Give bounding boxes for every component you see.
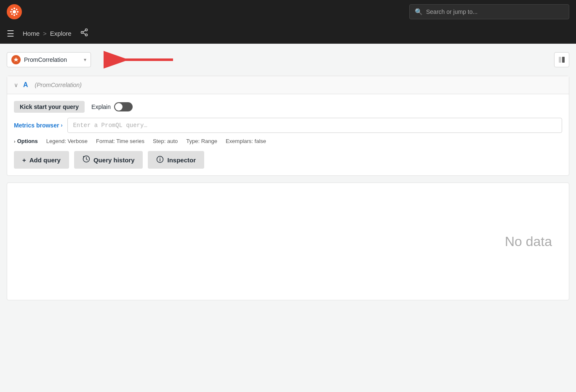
svg-point-6 bbox=[16, 9, 18, 11]
query-row2: Metrics browser › bbox=[14, 118, 562, 133]
explain-label: Explain bbox=[91, 103, 111, 110]
no-data-text: No data bbox=[505, 234, 552, 249]
query-label: A bbox=[23, 81, 28, 89]
breadcrumb: Home > Explore bbox=[23, 30, 72, 37]
query-history-icon bbox=[83, 155, 90, 164]
svg-point-8 bbox=[16, 13, 18, 15]
svg-point-10 bbox=[81, 32, 83, 34]
query-history-label: Query history bbox=[93, 156, 135, 164]
query-history-button[interactable]: Query history bbox=[74, 151, 143, 169]
kick-start-button[interactable]: Kick start your query bbox=[14, 101, 85, 113]
query-source: (PromCorrelation) bbox=[35, 82, 82, 88]
svg-point-21 bbox=[160, 157, 160, 158]
datasource-chevron-icon: ▾ bbox=[84, 57, 86, 63]
hamburger-menu-icon[interactable]: ☰ bbox=[7, 29, 14, 39]
svg-line-12 bbox=[83, 30, 85, 32]
search-placeholder-text: Search or jump to... bbox=[426, 8, 477, 15]
toggle-knob bbox=[115, 103, 123, 111]
option-step: Step: auto bbox=[153, 138, 178, 144]
metrics-browser-button[interactable]: Metrics browser › bbox=[14, 119, 67, 132]
query-row1: Kick start your query Explain bbox=[14, 101, 562, 113]
annotation-arrow bbox=[99, 50, 175, 69]
breadcrumb-current: Explore bbox=[50, 30, 72, 37]
svg-point-4 bbox=[17, 11, 19, 13]
query-options: › Options Legend: Verbose Format: Time s… bbox=[14, 138, 562, 144]
query-panel: ∨ A (PromCorrelation) Kick start your qu… bbox=[7, 76, 569, 176]
datasource-icon bbox=[11, 55, 21, 64]
add-query-label: Add query bbox=[29, 156, 61, 164]
datasource-selector[interactable]: PromCorrelation ▾ bbox=[7, 52, 91, 67]
svg-point-3 bbox=[10, 11, 12, 13]
search-bar[interactable]: 🔍 Search or jump to... bbox=[409, 4, 569, 19]
svg-point-2 bbox=[13, 14, 15, 16]
svg-rect-16 bbox=[559, 57, 561, 63]
svg-rect-17 bbox=[562, 57, 565, 63]
inspector-label: Inspector bbox=[167, 156, 196, 164]
topbar: 🔍 Search or jump to... bbox=[0, 0, 576, 24]
svg-point-5 bbox=[11, 9, 13, 11]
main-content: PromCorrelation ▾ ∨ bbox=[0, 44, 576, 307]
options-chevron-icon: › bbox=[14, 139, 16, 144]
metrics-browser-label: Metrics browser bbox=[14, 122, 59, 129]
search-icon: 🔍 bbox=[415, 8, 423, 16]
navbar: ☰ Home > Explore bbox=[0, 24, 576, 44]
option-type: Type: Range bbox=[186, 138, 217, 144]
svg-point-9 bbox=[85, 29, 87, 31]
topbar-left bbox=[7, 4, 22, 19]
datasource-name: PromCorrelation bbox=[24, 56, 80, 63]
metrics-browser-chevron-icon: › bbox=[61, 122, 62, 128]
inspector-icon bbox=[156, 156, 164, 164]
explain-row: Explain bbox=[91, 102, 133, 111]
option-format: Format: Time series bbox=[96, 138, 144, 144]
svg-line-13 bbox=[83, 33, 85, 34]
collapse-button[interactable]: ∨ bbox=[14, 82, 18, 88]
svg-point-7 bbox=[11, 13, 13, 15]
share-icon[interactable] bbox=[80, 28, 88, 39]
svg-point-0 bbox=[13, 10, 16, 13]
options-toggle-button[interactable]: › Options bbox=[14, 138, 38, 144]
add-query-button[interactable]: + Add query bbox=[14, 151, 69, 169]
panel-toggle-button[interactable] bbox=[554, 52, 569, 67]
breadcrumb-home[interactable]: Home bbox=[23, 30, 40, 37]
svg-point-11 bbox=[85, 34, 87, 36]
query-header: ∨ A (PromCorrelation) bbox=[7, 76, 569, 94]
query-input[interactable] bbox=[67, 118, 562, 133]
explain-toggle[interactable] bbox=[114, 102, 133, 111]
results-panel: No data bbox=[7, 183, 569, 300]
toolbar-row: PromCorrelation ▾ bbox=[7, 50, 569, 69]
inspector-button[interactable]: Inspector bbox=[148, 151, 204, 169]
grafana-logo[interactable] bbox=[7, 4, 22, 19]
action-buttons-row: + Add query Query history bbox=[7, 151, 569, 175]
option-exemplars: Exemplars: false bbox=[226, 138, 266, 144]
option-legend: Legend: Verbose bbox=[46, 138, 88, 144]
options-label: Options bbox=[17, 138, 38, 144]
add-query-icon: + bbox=[22, 156, 26, 164]
svg-point-1 bbox=[13, 8, 15, 9]
breadcrumb-separator: > bbox=[43, 30, 47, 37]
query-body: Kick start your query Explain Metrics br… bbox=[7, 94, 569, 151]
